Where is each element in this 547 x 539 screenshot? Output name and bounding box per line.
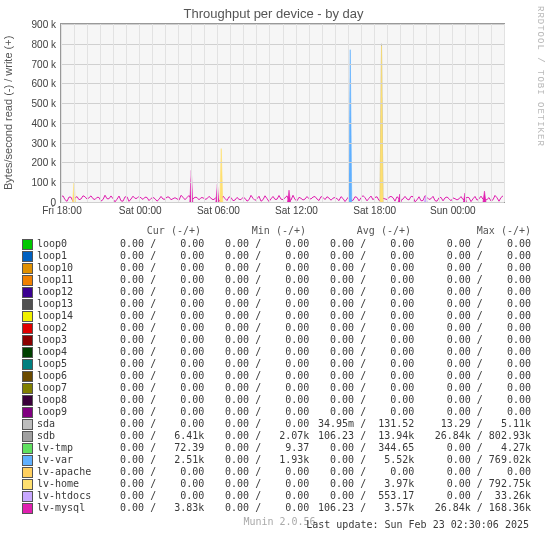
legend-row: loop11 0.00 / 0.00 0.00 / 0.00 0.00 / 0.… — [22, 274, 541, 286]
color-swatch-icon — [22, 347, 33, 358]
legend-name-cell: sda — [22, 418, 102, 430]
color-swatch-icon — [22, 371, 33, 382]
legend-value-cell: 0.00 / 0.00 — [207, 418, 312, 430]
legend-value-cell: 0.00 / 0.00 — [207, 478, 312, 490]
legend-value-cell: 0.00 / 0.00 — [207, 286, 312, 298]
legend-value-cell: 0.00 / 0.00 — [417, 346, 537, 358]
legend-value-cell: 0.00 / 1.93k — [207, 454, 312, 466]
legend-header-max: Max (-/+) — [417, 225, 537, 237]
legend-row: loop1 0.00 / 0.00 0.00 / 0.00 0.00 / 0.0… — [22, 250, 541, 262]
legend-value-cell: 0.00 / 0.00 — [312, 286, 417, 298]
y-tick: 300 k — [32, 137, 56, 148]
legend-value-cell: 0.00 / 0.00 — [102, 478, 207, 490]
y-tick: 900 k — [32, 19, 56, 30]
legend-value-cell: 0.00 / 0.00 — [102, 250, 207, 262]
legend-name-cell: sdb — [22, 430, 102, 442]
legend-value-cell: 0.00 / 3.97k — [312, 478, 417, 490]
legend-header-cur: Cur (-/+) — [102, 225, 207, 237]
legend-name-cell: loop2 — [22, 322, 102, 334]
series-name: lv-mysql — [37, 502, 85, 514]
y-tick: 600 k — [32, 78, 56, 89]
legend-row: lv-var 0.00 / 2.51k 0.00 / 1.93k 0.00 / … — [22, 454, 541, 466]
legend-value-cell: 0.00 / 4.27k — [417, 442, 537, 454]
legend-row: loop7 0.00 / 0.00 0.00 / 0.00 0.00 / 0.0… — [22, 382, 541, 394]
legend-value-cell: 0.00 / 0.00 — [102, 298, 207, 310]
x-tick: Sat 06:00 — [197, 205, 240, 216]
color-swatch-icon — [22, 359, 33, 370]
legend-header-avg: Avg (-/+) — [312, 225, 417, 237]
legend-name-cell: loop8 — [22, 394, 102, 406]
color-swatch-icon — [22, 491, 33, 502]
series-name: loop6 — [37, 370, 67, 382]
legend-value-cell: 0.00 / 0.00 — [417, 466, 537, 478]
series-name: lv-tmp — [37, 442, 73, 454]
color-swatch-icon — [22, 407, 33, 418]
y-axis-label: Bytes/second read (-) / write (+) — [0, 23, 18, 203]
legend-value-cell: 0.00 / 0.00 — [312, 370, 417, 382]
legend-value-cell: 0.00 / 0.00 — [312, 322, 417, 334]
watermark-text: RRDTOOL / TOBI OETIKER — [535, 6, 545, 147]
legend-row: loop9 0.00 / 0.00 0.00 / 0.00 0.00 / 0.0… — [22, 406, 541, 418]
legend-value-cell: 0.00 / 0.00 — [417, 238, 537, 250]
series-name: loop0 — [37, 238, 67, 250]
legend-name-cell: loop12 — [22, 286, 102, 298]
x-tick: Sat 18:00 — [353, 205, 396, 216]
legend-value-cell: 0.00 / 0.00 — [207, 310, 312, 322]
x-tick: Sun 00:00 — [430, 205, 476, 216]
legend-value-cell: 0.00 / 0.00 — [417, 262, 537, 274]
legend-name-cell: loop10 — [22, 262, 102, 274]
legend-value-cell: 0.00 / 0.00 — [102, 358, 207, 370]
legend-name-cell: loop4 — [22, 346, 102, 358]
legend-name-cell: loop9 — [22, 406, 102, 418]
legend-row: loop8 0.00 / 0.00 0.00 / 0.00 0.00 / 0.0… — [22, 394, 541, 406]
legend-value-cell: 0.00 / 0.00 — [312, 262, 417, 274]
series-name: loop13 — [37, 298, 73, 310]
legend-name-cell: loop14 — [22, 310, 102, 322]
legend-value-cell: 0.00 / 0.00 — [312, 310, 417, 322]
color-swatch-icon — [22, 419, 33, 430]
legend-value-cell: 0.00 / 0.00 — [417, 334, 537, 346]
legend-value-cell: 0.00 / 2.51k — [102, 454, 207, 466]
legend-value-cell: 0.00 / 0.00 — [207, 370, 312, 382]
series-name: loop1 — [37, 250, 67, 262]
legend-row: loop2 0.00 / 0.00 0.00 / 0.00 0.00 / 0.0… — [22, 322, 541, 334]
y-tick: 200 k — [32, 157, 56, 168]
color-swatch-icon — [22, 395, 33, 406]
legend-table: Cur (-/+) Min (-/+) Avg (-/+) Max (-/+) … — [22, 225, 541, 514]
legend-name-cell: loop3 — [22, 334, 102, 346]
legend-value-cell: 0.00 / 0.00 — [102, 406, 207, 418]
series-name: loop4 — [37, 346, 67, 358]
legend-value-cell: 0.00 / 344.65 — [312, 442, 417, 454]
legend-value-cell: 0.00 / 0.00 — [417, 274, 537, 286]
color-swatch-icon — [22, 443, 33, 454]
legend-name-cell: lv-home — [22, 478, 102, 490]
color-swatch-icon — [22, 239, 33, 250]
series-name: sda — [37, 418, 55, 430]
color-swatch-icon — [22, 299, 33, 310]
legend-header-name — [22, 225, 102, 237]
color-swatch-icon — [22, 275, 33, 286]
series-name: loop12 — [37, 286, 73, 298]
y-tick: 100 k — [32, 177, 56, 188]
series-name: loop7 — [37, 382, 67, 394]
y-tick: 400 k — [32, 117, 56, 128]
series-name: loop2 — [37, 322, 67, 334]
series-name: lv-htdocs — [37, 490, 91, 502]
color-swatch-icon — [22, 287, 33, 298]
legend-name-cell: loop5 — [22, 358, 102, 370]
y-tick: 500 k — [32, 98, 56, 109]
legend-header-row: Cur (-/+) Min (-/+) Avg (-/+) Max (-/+) — [22, 225, 541, 237]
legend-value-cell: 0.00 / 0.00 — [102, 286, 207, 298]
legend-value-cell: 0.00 / 0.00 — [417, 358, 537, 370]
series-name: loop10 — [37, 262, 73, 274]
legend-value-cell: 0.00 / 0.00 — [102, 334, 207, 346]
legend-value-cell: 0.00 / 0.00 — [102, 394, 207, 406]
legend-value-cell: 0.00 / 0.00 — [207, 382, 312, 394]
legend-row: loop12 0.00 / 0.00 0.00 / 0.00 0.00 / 0.… — [22, 286, 541, 298]
legend-value-cell: 0.00 / 33.26k — [417, 490, 537, 502]
legend-name-cell: loop11 — [22, 274, 102, 286]
legend-name-cell: loop1 — [22, 250, 102, 262]
legend-value-cell: 0.00 / 0.00 — [417, 310, 537, 322]
legend-name-cell: lv-tmp — [22, 442, 102, 454]
legend-name-cell: loop6 — [22, 370, 102, 382]
